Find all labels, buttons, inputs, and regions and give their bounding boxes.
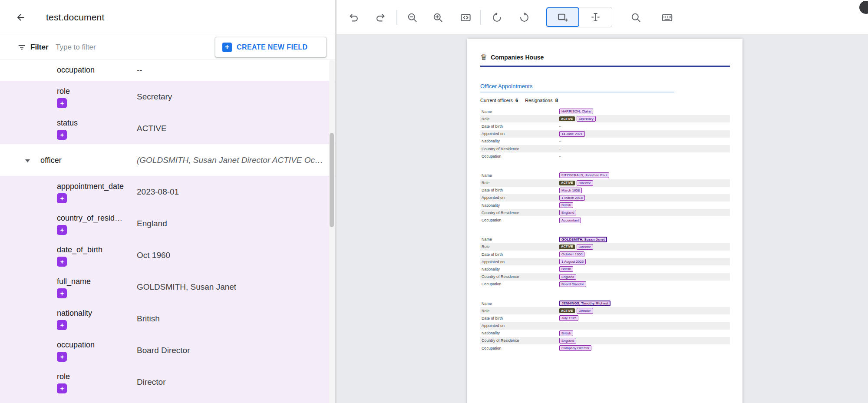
entity-chip[interactable]: British <box>559 266 573 272</box>
doc-row-label: Nationality <box>480 267 559 271</box>
keyboard-button[interactable] <box>658 9 676 26</box>
app-window: test.document Filter + CREATE NEW FIELD … <box>0 0 868 403</box>
entity-chip[interactable]: HARRISON, Claire <box>559 109 593 114</box>
entity-chip[interactable]: Accountant <box>559 218 581 223</box>
entity-chip[interactable]: British <box>559 330 573 336</box>
entity-chip[interactable]: July 1975 <box>559 315 578 321</box>
status-badge[interactable]: ACTIVE <box>559 116 575 121</box>
doc-row: NameFITZGERALD, Jonathan Paul <box>480 172 730 179</box>
doc-row: NationalityBritish <box>480 265 730 273</box>
field-row[interactable]: roleSecretary <box>0 81 335 112</box>
doc-row-values: JENNINGS, Timothy Michael <box>559 301 611 306</box>
entity-chip[interactable]: 14 June 2021 <box>559 131 585 137</box>
field-row-officer[interactable]: officer(GOLDSMITH, Susan Janet Director … <box>0 144 335 176</box>
zoom-in-icon <box>432 12 444 23</box>
doc-row-values: British <box>559 330 573 336</box>
filter-input[interactable] <box>56 39 203 56</box>
doc-row-label: Nationality <box>480 203 559 208</box>
field-row[interactable]: occupationBoard Director <box>0 334 335 366</box>
field-label: full_name <box>57 277 91 286</box>
entity-chip[interactable]: Secretary <box>577 116 596 122</box>
field-row[interactable]: statusACTIVE <box>0 398 335 403</box>
zoom-out-icon <box>406 12 418 23</box>
doc-row-values: - <box>559 139 561 143</box>
entity-chip[interactable]: 1 August 2023 <box>559 259 586 264</box>
doc-row-label: Date of birth <box>480 188 559 192</box>
doc-row-values: - <box>559 124 561 129</box>
entity-chip[interactable]: Director <box>577 244 593 250</box>
section-rule <box>480 92 674 92</box>
entity-chip[interactable]: October 1960 <box>559 251 584 257</box>
entity-chip[interactable]: England <box>559 338 576 344</box>
field-row[interactable]: date_of_birthOct 1960 <box>0 239 335 271</box>
selection-tool-group <box>546 7 612 27</box>
doc-row-label: Name <box>480 301 559 306</box>
entity-chip[interactable]: GOLDSMITH, Susan Janet <box>559 237 607 242</box>
officer-block: NameJENNINGS, Timothy MichaelRoleACTIVED… <box>480 300 730 352</box>
entity-chip[interactable]: Director <box>577 308 593 314</box>
scrollbar-thumb[interactable] <box>330 133 334 227</box>
entity-chip[interactable]: 1 March 2015 <box>559 195 585 201</box>
viewer-toolbar <box>337 0 868 34</box>
code-view-button[interactable] <box>457 9 474 26</box>
zoom-out-button[interactable] <box>403 9 421 26</box>
entity-chip[interactable]: England <box>559 210 576 215</box>
field-row[interactable]: roleDirector <box>0 366 335 398</box>
filter-icon <box>17 43 26 52</box>
entity-chip[interactable]: Company Director <box>559 345 591 351</box>
resignations-count: 8 <box>555 98 558 103</box>
current-officers-count: 6 <box>515 98 518 103</box>
box-select-icon <box>557 11 568 23</box>
field-label: role <box>57 87 70 96</box>
zoom-in-button[interactable] <box>429 9 446 26</box>
redo-icon <box>375 12 386 23</box>
entity-chip[interactable]: England <box>559 274 576 280</box>
code-icon <box>460 12 472 23</box>
doc-row-values: July 1975 <box>559 315 578 321</box>
doc-row: OccupationCompany Director <box>480 344 730 352</box>
doc-row-values: British <box>559 202 573 208</box>
rotate-right-button[interactable] <box>515 9 533 26</box>
entity-chip[interactable]: Board Director <box>559 281 586 287</box>
field-row[interactable]: full_nameGOLDSMITH, Susan Janet <box>0 271 335 303</box>
field-value: British <box>137 314 160 324</box>
officer-appointments-link[interactable]: Officer Appointments <box>480 83 532 89</box>
box-select-tool[interactable] <box>546 7 579 27</box>
field-row[interactable]: nationalityBritish <box>0 303 335 334</box>
entity-chip[interactable]: British <box>559 202 573 208</box>
field-row[interactable]: country_of_resid…England <box>0 208 335 239</box>
text-select-tool[interactable] <box>579 7 612 27</box>
entity-chip[interactable]: JENNINGS, Timothy Michael <box>559 301 611 306</box>
field-list: occupation--roleSecretarystatusACTIVEoff… <box>0 60 335 403</box>
avatar[interactable] <box>859 1 868 14</box>
entity-chip[interactable]: March 1958 <box>559 188 582 193</box>
doc-row: RoleACTIVEDirector <box>480 243 730 251</box>
field-row[interactable]: statusACTIVE <box>0 112 335 144</box>
create-new-field-button[interactable]: + CREATE NEW FIELD <box>215 37 327 57</box>
entity-chip[interactable]: Director <box>577 180 593 186</box>
status-badge[interactable]: ACTIVE <box>559 244 575 249</box>
scrollbar-track[interactable] <box>329 60 335 403</box>
document-viewer[interactable]: ♛ Companies House Officer Appointments C… <box>337 34 868 403</box>
sparkle-icon <box>57 383 67 393</box>
current-officers-label: Current officers <box>480 98 513 103</box>
redo-button[interactable] <box>372 9 389 26</box>
doc-row-values: England <box>559 274 576 280</box>
field-label: occupation <box>57 340 95 350</box>
field-value: Secretary <box>137 92 172 102</box>
resignations-label: Resignations <box>525 98 553 103</box>
entity-chip[interactable]: FITZGERALD, Jonathan Paul <box>559 172 609 178</box>
field-row[interactable]: apppointment_date2023-08-01 <box>0 176 335 208</box>
search-button[interactable] <box>627 9 644 26</box>
back-button[interactable] <box>11 8 30 27</box>
doc-row-label: Occupation <box>480 154 559 159</box>
undo-button[interactable] <box>345 9 362 26</box>
status-badge[interactable]: ACTIVE <box>559 308 575 313</box>
chevron-down-icon[interactable] <box>25 156 30 164</box>
doc-row-values: ACTIVESecretary <box>559 116 596 122</box>
field-row[interactable]: occupation-- <box>0 60 335 81</box>
rotate-left-button[interactable] <box>488 9 505 26</box>
doc-row: RoleACTIVEDirector <box>480 307 730 314</box>
status-badge[interactable]: ACTIVE <box>559 181 575 185</box>
viewer-panel: ♛ Companies House Officer Appointments C… <box>337 0 868 403</box>
